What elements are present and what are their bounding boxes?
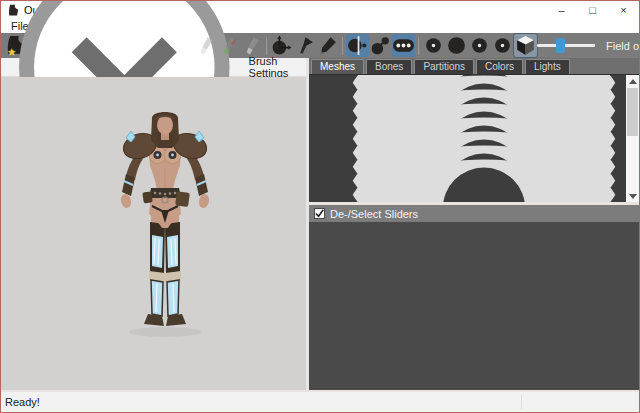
scroll-up-icon[interactable]: [629, 75, 637, 87]
connected-spheres-icon: [369, 34, 392, 57]
deselect-sliders-label[interactable]: De-/Select Sliders: [330, 208, 418, 220]
weight-brush-icon: [194, 34, 217, 57]
deselect-sliders-checkbox[interactable]: [314, 208, 325, 219]
pivot-pin-icon: [293, 34, 316, 57]
transform-icon: [270, 34, 293, 57]
mesh-list: Neck.00.00.00.00.0.05 BaseShape polySurf…: [309, 74, 639, 202]
alpha-brush-icon: [240, 34, 263, 57]
tab-bones[interactable]: Bones: [366, 59, 412, 74]
tab-colors[interactable]: Colors: [476, 59, 523, 74]
toolbar-separator: [266, 37, 267, 55]
brush-settings-header[interactable]: Brush Settings: [1, 58, 306, 77]
global-ellipsis-icon: [392, 34, 415, 57]
field-of-view-slider[interactable]: [537, 44, 595, 47]
pivot-pin-button[interactable]: [293, 34, 316, 57]
left-pane: Brush Settings: [1, 58, 306, 390]
tab-partitions[interactable]: Partitions: [414, 59, 474, 74]
connected-spheres-button[interactable]: [369, 34, 392, 57]
circle-dot-icon: [491, 34, 514, 57]
status-text: Ready!: [5, 396, 40, 408]
alpha-brush-button[interactable]: [240, 34, 263, 57]
tab-bar: MeshesBonesPartitionsColorsLights: [309, 58, 639, 74]
tab-lights[interactable]: Lights: [525, 59, 570, 74]
circle-dot-icon: [422, 34, 445, 57]
close-button[interactable]: ×: [608, 1, 639, 19]
window-controls: – □ ×: [546, 1, 639, 19]
scrollbar-thumb[interactable]: [627, 88, 638, 136]
cube-icon: [514, 34, 537, 57]
sliders-header: De-/Select Sliders: [309, 205, 639, 222]
circle-dot-button[interactable]: [468, 34, 491, 57]
mirror-sphere-button[interactable]: [346, 34, 369, 57]
toolbar-separator: [342, 37, 343, 55]
mirror-sphere-icon: [346, 34, 369, 57]
color-brush-icon: [217, 34, 240, 57]
circle-dot-button[interactable]: [491, 34, 514, 57]
tab-meshes[interactable]: Meshes: [311, 59, 364, 74]
color-brush-button[interactable]: [217, 34, 240, 57]
vertex-pen-button[interactable]: [316, 34, 339, 57]
outfit-studio-window: Outfit Studio - New Outfit – □ × FileEdi…: [0, 0, 640, 413]
circle-button[interactable]: [445, 34, 468, 57]
global-ellipsis-button[interactable]: [392, 34, 415, 57]
right-pane: MeshesBonesPartitionsColorsLights Neck.0…: [309, 58, 639, 390]
brush-settings-label: Brush Settings: [249, 55, 306, 79]
3d-viewport[interactable]: [1, 77, 306, 390]
field-of-view-slider-thumb[interactable]: [556, 38, 565, 53]
main-area: Brush Settings: [1, 58, 639, 390]
sliders-area[interactable]: [309, 222, 639, 390]
field-of-view-label: Field of View: 65: [606, 40, 640, 52]
toolbar-separator: [418, 37, 419, 55]
weight-brush-button[interactable]: [194, 34, 217, 57]
maximize-button[interactable]: □: [577, 1, 608, 19]
eye-icon[interactable]: [334, 115, 634, 202]
transform-button[interactable]: [270, 34, 293, 57]
circle-icon: [445, 34, 468, 57]
statusbar-divider: [521, 395, 522, 409]
character-model: [100, 110, 230, 340]
circle-dot-button[interactable]: [422, 34, 445, 57]
mesh-list-scrollbar[interactable]: [626, 75, 639, 202]
minimize-button[interactable]: –: [546, 1, 577, 19]
statusbar: Ready!: [1, 392, 639, 412]
scroll-down-icon[interactable]: [629, 190, 637, 202]
cube-button[interactable]: [514, 34, 537, 57]
vertex-pen-icon: [316, 34, 339, 57]
circle-dot-icon: [468, 34, 491, 57]
field-of-view-control: Field of View: 65: [537, 40, 640, 52]
